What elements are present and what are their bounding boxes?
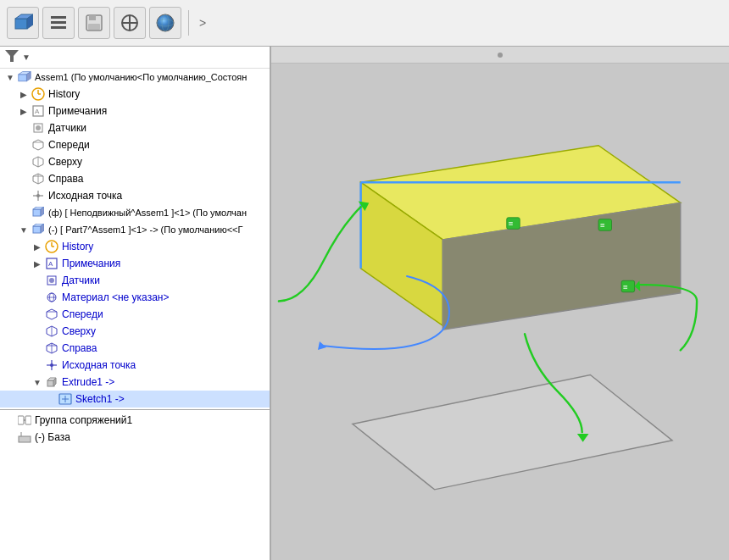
svg-rect-5 — [51, 26, 66, 29]
view-orientation-button[interactable] — [149, 7, 181, 39]
svg-point-25 — [36, 125, 41, 130]
mates-icon — [17, 413, 32, 428]
tree-item-history-root[interactable]: ▶ History — [0, 86, 270, 103]
3d-viewport: ≡ ≡ ≡ — [271, 47, 729, 560]
svg-marker-15 — [5, 50, 19, 62]
tree-item-right[interactable]: ▶ Справа — [0, 170, 270, 187]
tree-item-sensors-part7[interactable]: ▶ Датчики — [0, 272, 270, 289]
material-icon — [44, 290, 59, 305]
extrude1-label: Extrude1 -> — [62, 376, 114, 388]
tree-item-top[interactable]: ▶ Сверху — [0, 153, 270, 170]
tree-item-sketch1[interactable]: ▶ Sketch1 -> — [0, 391, 270, 408]
main-area: ▼ ▼ Assem1 (По умолчанию<По умолчанию_Со… — [0, 47, 729, 560]
expand-history-part7[interactable]: ▶ — [31, 240, 44, 253]
viewport-dot — [498, 53, 503, 58]
right-part7-label: Справа — [62, 342, 97, 354]
svg-rect-36 — [33, 209, 41, 216]
expand-root[interactable]: ▼ — [3, 70, 17, 84]
svg-rect-3 — [51, 16, 66, 19]
save-button[interactable] — [78, 7, 110, 39]
expand-history-root[interactable]: ▶ — [17, 87, 31, 101]
svg-text:≡: ≡ — [509, 219, 514, 228]
tree-item-notes-root[interactable]: ▶ A Примечания — [0, 103, 270, 119]
svg-rect-7 — [89, 15, 96, 20]
tree-item-front-part7[interactable]: ▶ Спереди — [0, 306, 270, 323]
sensors-root-label: Датчики — [48, 122, 86, 134]
history-part7-icon — [44, 239, 59, 254]
feature-tree-panel: ▼ ▼ Assem1 (По умолчанию<По умолчанию_Со… — [0, 47, 271, 560]
tree-item-history-part7[interactable]: ▶ History — [0, 238, 270, 255]
tree-item-front[interactable]: ▶ Спереди — [0, 136, 270, 153]
3d-scene: ≡ ≡ ≡ — [271, 64, 729, 560]
notes-icon: A — [31, 103, 46, 119]
expand-part7[interactable]: ▼ — [17, 223, 31, 236]
tree-view-button[interactable] — [42, 7, 75, 39]
svg-text:A: A — [35, 108, 40, 115]
tree-item-top-part7[interactable]: ▶ Сверху — [0, 323, 270, 340]
filter-dropdown[interactable]: ▼ — [22, 53, 31, 62]
svg-text:≡: ≡ — [600, 220, 605, 230]
origin-label: Исходная точка — [48, 190, 122, 202]
tree-root-assembly[interactable]: ▼ Assem1 (По умолчанию<По умолчанию_Сост… — [0, 69, 270, 86]
notes-root-label: Примечания — [48, 105, 107, 117]
sensors-part7-label: Датчики — [62, 274, 100, 286]
svg-text:≡: ≡ — [623, 282, 628, 291]
right-label: Справа — [48, 173, 83, 185]
svg-rect-39 — [33, 226, 41, 233]
svg-point-61 — [50, 363, 53, 367]
tree-item-material-part7[interactable]: ▶ Материал <не указан> — [0, 289, 270, 306]
tree-separator — [0, 409, 270, 410]
origin-icon — [31, 188, 46, 203]
top-part7-label: Сверху — [62, 325, 96, 337]
assembly-icon — [17, 69, 32, 85]
history-root-label: History — [48, 88, 80, 100]
notes-part7-label: Примечания — [62, 258, 120, 269]
tree-item-mates-group[interactable]: ▶ Группа сопряжений1 — [0, 412, 270, 429]
origin-part7-label: Исходная точка — [62, 359, 136, 371]
toolbar-more-button[interactable]: > — [196, 16, 209, 30]
mates-group-label: Группа сопряжений1 — [35, 414, 132, 426]
filter-row: ▼ — [0, 47, 270, 69]
extrude1-icon — [44, 374, 59, 390]
svg-marker-26 — [33, 140, 43, 150]
expand-notes-root[interactable]: ▶ — [17, 104, 31, 118]
tree-item-right-part7[interactable]: ▶ Справа — [0, 340, 270, 357]
svg-rect-0 — [15, 19, 27, 29]
fixed-part-icon — [31, 205, 46, 220]
tree-item-origin[interactable]: ▶ Исходная точка — [0, 187, 270, 204]
tree-item-notes-part7[interactable]: ▶ A Примечания — [0, 255, 270, 272]
svg-rect-69 — [25, 416, 31, 424]
part7-label: (-) [ Part7^Assem1 ]<1> -> (По умолчанию… — [48, 225, 242, 235]
filter-icon[interactable] — [5, 50, 19, 64]
tree-item-part7[interactable]: ▼ (-) [ Part7^Assem1 ]<1> -> (По умолчан… — [0, 221, 270, 238]
toolbar-separator — [188, 10, 189, 36]
expand-notes-part7[interactable]: ▶ — [31, 257, 44, 270]
svg-rect-71 — [19, 436, 31, 442]
front-part7-icon — [44, 307, 59, 322]
top-plane-icon — [31, 154, 46, 169]
svg-rect-68 — [18, 416, 24, 424]
top-part7-icon — [44, 324, 59, 339]
tree-item-fixed-part[interactable]: ▶ (ф) [ Неподвижный^Assem1 ]<1> (По умол… — [0, 204, 270, 221]
svg-rect-16 — [19, 75, 27, 81]
svg-point-48 — [49, 278, 54, 283]
svg-rect-4 — [51, 21, 66, 24]
front-plane-icon — [31, 137, 46, 152]
front-label: Спереди — [48, 139, 90, 151]
tree-item-base[interactable]: ▶ (-) База — [0, 429, 270, 446]
history-icon — [31, 86, 46, 102]
tree-item-sensors-root[interactable]: ▶ Датчики — [0, 119, 270, 136]
front-part7-label: Спереди — [62, 308, 103, 320]
tree-item-origin-part7[interactable]: ▶ Исходная точка — [0, 357, 270, 374]
smart-mates-button[interactable] — [114, 7, 146, 39]
main-toolbar: > — [0, 0, 729, 47]
svg-point-35 — [36, 194, 40, 197]
expand-extrude1[interactable]: ▼ — [31, 375, 44, 389]
assembly-label: Assem1 (По умолчанию<По умолчанию_Состоя… — [35, 72, 247, 82]
assembly-cube-button[interactable] — [7, 7, 39, 39]
svg-text:A: A — [48, 260, 53, 268]
svg-marker-52 — [47, 309, 57, 319]
sketch1-icon — [58, 391, 73, 407]
tree-item-extrude1[interactable]: ▼ Extrude1 -> — [0, 374, 270, 391]
sketch1-label: Sketch1 -> — [75, 393, 125, 405]
